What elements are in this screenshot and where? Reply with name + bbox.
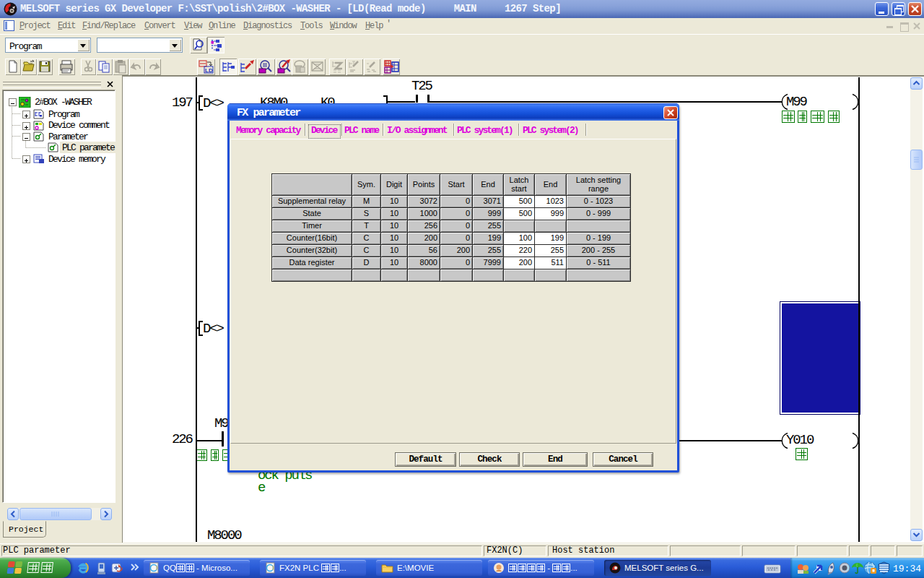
svg-text:LD: LD: [205, 67, 213, 74]
